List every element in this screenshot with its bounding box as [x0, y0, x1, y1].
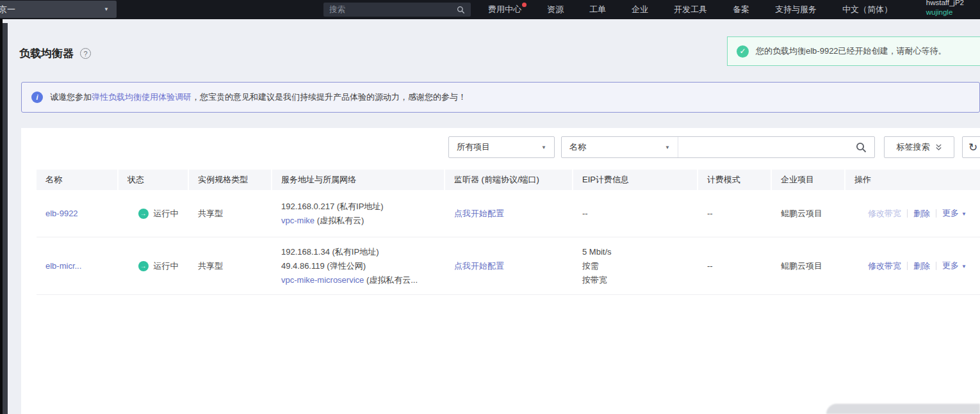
modify-bandwidth-link[interactable]: 修改带宽 [868, 207, 901, 221]
page-body: 负载均衡器 ? ✓ 您的负载均衡elb-9922已经开始创建，请耐心等待。 i … [8, 19, 980, 414]
more-menu-link[interactable]: 更多▼ [942, 206, 967, 221]
chevron-down-icon: ▼ [961, 264, 967, 269]
enterprise-project: 鲲鹏云项目 [781, 207, 845, 221]
region-label: 京一 [0, 4, 15, 15]
search-icon[interactable] [856, 142, 867, 153]
survey-link[interactable]: 弹性负载均衡使用体验调研 [92, 92, 192, 102]
billing-mode: -- [707, 259, 772, 273]
action-divider [936, 262, 936, 270]
private-ip: 192.168.1.34 (私有IP地址) [281, 245, 445, 259]
search-icon[interactable] [457, 6, 465, 14]
vpc-link[interactable]: vpc-mike-microservice [281, 275, 364, 285]
status-running-icon: → [138, 261, 149, 271]
table-row: elb-micr... → 运行中 共享型 192.168.1.34 (私有IP… [37, 237, 980, 295]
col-header-enterprise-project[interactable]: 企业项目 [772, 170, 845, 190]
help-icon[interactable]: ? [80, 48, 91, 59]
page-header: 负载均衡器 ? [19, 46, 91, 61]
global-search[interactable] [323, 3, 471, 17]
eip-bandwidth: 5 Mbit/s [582, 245, 698, 259]
floating-widget-shadow [826, 404, 980, 414]
table-search: 名称 ▼ [561, 136, 875, 158]
spec-type: 共享型 [198, 259, 272, 273]
delete-link[interactable]: 删除 [913, 259, 930, 273]
action-divider [936, 209, 936, 218]
page-title: 负载均衡器 [19, 46, 74, 61]
col-header-status[interactable]: 状态 [118, 170, 189, 190]
col-header-eip-billing[interactable]: EIP计费信息 [573, 170, 698, 190]
top-navbar: 京一 ▼ 费用中心 资源 工单 企业 开发工具 备案 支持与服务 中文（简体） … [0, 0, 980, 19]
col-header-actions[interactable]: 操作 [845, 170, 980, 190]
toast-message: 您的负载均衡elb-9922已经开始创建，请耐心等待。 [756, 45, 947, 57]
col-header-listener[interactable]: 监听器 (前端协议/端口) [445, 170, 573, 190]
account-id: hwstaff_jP2 [926, 0, 964, 8]
success-toast: ✓ 您的负载均衡elb-9922已经开始创建，请耐心等待。 [727, 36, 980, 66]
double-chevron-down-icon [935, 143, 942, 151]
col-header-billing-mode[interactable]: 计费模式 [698, 170, 772, 190]
configure-listener-link[interactable]: 点我开始配置 [454, 259, 573, 273]
action-divider [907, 262, 908, 270]
eip-billing-type: 按需 [582, 259, 698, 273]
col-header-spec[interactable]: 实例规格类型 [189, 170, 272, 190]
col-header-name[interactable]: 名称 [37, 170, 118, 190]
eip-billing: -- [582, 207, 698, 221]
info-icon: i [31, 92, 43, 103]
global-search-input[interactable] [329, 5, 457, 14]
status-running-icon: → [138, 209, 149, 219]
menu-enterprise[interactable]: 企业 [619, 0, 661, 19]
menu-support[interactable]: 支持与服务 [762, 0, 829, 19]
load-balancer-card: 所有项目 ▼ 名称 ▼ 标签搜索 [21, 128, 980, 414]
menu-billing-center[interactable]: 费用中心 [475, 0, 534, 19]
menu-dev-tools[interactable]: 开发工具 [661, 0, 720, 19]
menu-tickets[interactable]: 工单 [576, 0, 619, 19]
table-row: elb-9922 → 运行中 共享型 192.168.0.217 (私有IP地址… [37, 190, 980, 237]
vpc-line: vpc-mike-microservice (虚拟私有云... [281, 273, 445, 287]
user-menu[interactable]: hwstaff_jP2 wujingle [926, 0, 964, 17]
public-ip: 49.4.86.119 (弹性公网) [281, 259, 445, 273]
status-text: 运行中 [154, 207, 179, 221]
spec-type: 共享型 [198, 207, 272, 221]
tag-search-button[interactable]: 标签搜索 [884, 136, 954, 158]
table-search-input[interactable] [678, 137, 853, 157]
delete-link[interactable]: 删除 [913, 207, 930, 221]
menu-resources[interactable]: 资源 [534, 0, 576, 19]
top-menu: 费用中心 资源 工单 企业 开发工具 备案 支持与服务 中文（简体） [475, 0, 905, 19]
chevron-down-icon: ▼ [961, 211, 967, 217]
refresh-button[interactable]: ↻ [962, 136, 980, 158]
project-filter-select[interactable]: 所有项目 ▼ [448, 136, 555, 158]
chevron-down-icon: ▼ [541, 145, 546, 150]
eip-billing-by: 按带宽 [582, 273, 698, 287]
survey-banner: i 诚邀您参加弹性负载均衡使用体验调研，您宝贵的意见和建议是我们持续提升产品体验… [21, 82, 980, 113]
refresh-icon: ↻ [968, 141, 977, 154]
success-check-icon: ✓ [737, 45, 749, 58]
region-selector[interactable]: 京一 ▼ [0, 1, 117, 18]
modify-bandwidth-link[interactable]: 修改带宽 [868, 259, 901, 273]
notification-dot [522, 3, 527, 7]
search-field-select[interactable]: 名称 ▼ [562, 137, 678, 157]
filter-toolbar: 所有项目 ▼ 名称 ▼ 标签搜索 [21, 136, 980, 158]
screen: 京一 ▼ 费用中心 资源 工单 企业 开发工具 备案 支持与服务 中文（简体） … [0, 0, 980, 414]
enterprise-project: 鲲鹏云项目 [781, 259, 845, 273]
collapsed-sidebar-edge[interactable] [3, 23, 8, 414]
banner-text: 诚邀您参加弹性负载均衡使用体验调研，您宝贵的意见和建议是我们持续提升产品体验的源… [50, 92, 466, 103]
configure-listener-link[interactable]: 点我开始配置 [454, 207, 573, 221]
lb-name-link[interactable]: elb-9922 [45, 207, 118, 221]
vpc-link[interactable]: vpc-mike [281, 216, 314, 225]
menu-language[interactable]: 中文（简体） [829, 0, 905, 19]
table-header-row: 名称 状态 实例规格类型 服务地址与所属网络 监听器 (前端协议/端口) EIP… [37, 170, 980, 190]
status-text: 运行中 [154, 259, 179, 273]
chevron-down-icon: ▼ [104, 6, 109, 12]
lb-name-link[interactable]: elb-micr... [45, 259, 118, 273]
load-balancer-table: 名称 状态 实例规格类型 服务地址与所属网络 监听器 (前端协议/端口) EIP… [37, 170, 980, 295]
action-divider [907, 209, 908, 218]
chevron-down-icon: ▼ [665, 145, 670, 150]
menu-icp-filing[interactable]: 备案 [720, 0, 762, 19]
col-header-address[interactable]: 服务地址与所属网络 [272, 170, 445, 190]
billing-mode: -- [707, 207, 772, 221]
username: wujingle [926, 8, 964, 17]
private-ip: 192.168.0.217 (私有IP地址) [281, 200, 445, 214]
more-menu-link[interactable]: 更多▼ [942, 259, 967, 274]
vpc-line: vpc-mike (虚拟私有云) [281, 214, 445, 228]
